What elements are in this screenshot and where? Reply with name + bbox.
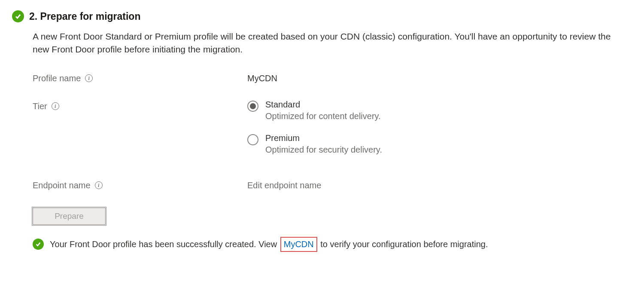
- endpoint-name-value[interactable]: Edit endpoint name: [247, 181, 321, 190]
- tier-row: Tier i Standard Optimized for content de…: [33, 100, 632, 155]
- radio-text: Standard Optimized for content delivery.: [265, 100, 381, 121]
- info-icon[interactable]: i: [52, 102, 59, 110]
- status-row: Your Front Door profile has been success…: [33, 237, 632, 252]
- tier-label-text: Tier: [33, 101, 47, 111]
- info-icon[interactable]: i: [85, 74, 93, 82]
- profile-name-value: MyCDN: [247, 74, 277, 83]
- tier-radio-standard[interactable]: Standard Optimized for content delivery.: [247, 100, 382, 121]
- form-area: Profile name i MyCDN Tier i Standard Opt…: [33, 74, 632, 190]
- radio-text: Premium Optimized for security delivery.: [265, 133, 382, 155]
- profile-name-row: Profile name i MyCDN: [33, 74, 632, 83]
- check-icon: [33, 239, 44, 250]
- tier-premium-label: Premium: [265, 133, 382, 143]
- status-text-after: to verify your configuration before migr…: [318, 239, 488, 249]
- profile-name-label-text: Profile name: [33, 74, 81, 83]
- step-description: A new Front Door Standard or Premium pro…: [33, 30, 617, 56]
- step-header: 2. Prepare for migration: [12, 10, 632, 22]
- tier-standard-label: Standard: [265, 100, 381, 110]
- radio-icon: [247, 101, 258, 112]
- tier-premium-sub: Optimized for security delivery.: [265, 145, 382, 155]
- endpoint-name-row: Endpoint name i Edit endpoint name: [33, 181, 632, 190]
- info-icon[interactable]: i: [95, 181, 103, 189]
- tier-standard-sub: Optimized for content delivery.: [265, 111, 381, 121]
- tier-radio-group: Standard Optimized for content delivery.…: [247, 100, 382, 155]
- profile-name-label: Profile name i: [33, 74, 247, 83]
- tier-radio-premium[interactable]: Premium Optimized for security delivery.: [247, 133, 382, 155]
- status-link[interactable]: MyCDN: [280, 237, 317, 252]
- endpoint-name-label-text: Endpoint name: [33, 181, 91, 190]
- status-text-before: Your Front Door profile has been success…: [50, 239, 279, 249]
- status-text: Your Front Door profile has been success…: [50, 237, 488, 252]
- step-title: 2. Prepare for migration: [29, 11, 140, 22]
- endpoint-name-label: Endpoint name i: [33, 181, 247, 190]
- radio-icon: [247, 134, 258, 145]
- radio-dot-icon: [250, 103, 256, 109]
- tier-label: Tier i: [33, 100, 247, 111]
- prepare-button[interactable]: Prepare: [33, 208, 106, 225]
- check-icon: [12, 10, 24, 22]
